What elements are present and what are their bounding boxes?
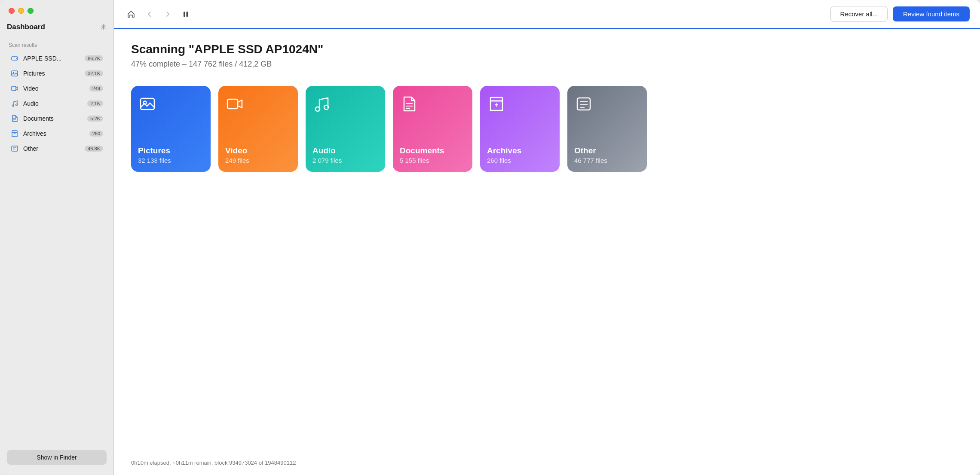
card-pictures[interactable]: Pictures 32 138 files [131, 86, 211, 172]
card-label-audio: Audio [312, 146, 378, 155]
card-label-archives: Archives [487, 146, 553, 155]
status-bar: 0h10m elapsed, ~0h11m remain, block 9349… [114, 450, 980, 475]
spinner-icon: ✳ [100, 22, 107, 32]
category-cards-grid: Pictures 32 138 files Video 249 files Au… [131, 86, 963, 172]
show-in-finder-button[interactable]: Show in Finder [7, 450, 107, 465]
home-button[interactable] [124, 8, 138, 20]
archives-card-icon [488, 95, 505, 113]
status-text: 0h10m elapsed, ~0h11m remain, block 9349… [131, 460, 296, 466]
sidebar-item-label-documents: Documents [23, 115, 83, 122]
card-label-documents: Documents [400, 146, 466, 155]
sidebar-badge-documents: 5,2K [87, 116, 103, 122]
toolbar: Recover all... Review found items [114, 0, 980, 29]
sidebar-item-label-apple-ssd: APPLE SSD... [23, 55, 80, 62]
sidebar-footer: Show in Finder [0, 443, 113, 475]
pause-button[interactable] [179, 9, 192, 20]
video-icon [10, 84, 19, 93]
sidebar-items-list: APPLE SSD... 86,7K Pictures 32,1K Video … [0, 51, 113, 156]
card-label-video: Video [225, 146, 291, 155]
sidebar-item-archives[interactable]: Archives 260 [3, 126, 110, 141]
svg-rect-15 [187, 12, 188, 17]
dashboard-label: Dashboard [7, 23, 45, 31]
sidebar-badge-archives: 260 [89, 131, 103, 137]
svg-rect-18 [227, 99, 238, 109]
video-card-icon [226, 95, 243, 113]
sidebar-badge-audio: 2,1K [87, 100, 103, 107]
svg-point-3 [13, 72, 14, 73]
back-button[interactable] [143, 9, 156, 20]
scan-title: Scanning "APPLE SSD AP1024N" [131, 43, 963, 56]
card-audio[interactable]: Audio 2 079 files [306, 86, 385, 172]
sidebar-item-other[interactable]: Other 46,8K [3, 141, 110, 156]
other-icon [10, 144, 19, 153]
card-documents[interactable]: Documents 5 155 files [393, 86, 472, 172]
svg-point-6 [16, 104, 18, 106]
sidebar-badge-other: 46,8K [85, 146, 103, 152]
sidebar-item-label-pictures: Pictures [23, 70, 80, 77]
card-count-audio: 2 079 files [312, 157, 378, 164]
drive-icon [10, 54, 19, 63]
svg-rect-14 [184, 12, 185, 17]
sidebar-item-apple-ssd[interactable]: APPLE SSD... 86,7K [3, 51, 110, 66]
card-label-other: Other [574, 146, 640, 155]
scan-results-section: Scan results [0, 39, 113, 51]
svg-rect-4 [12, 86, 16, 91]
archive-icon [10, 129, 19, 138]
pictures-card-icon [139, 95, 156, 113]
sidebar-item-label-other: Other [23, 145, 80, 152]
card-label-pictures: Pictures [138, 146, 204, 155]
forward-button[interactable] [161, 9, 174, 20]
card-count-other: 46 777 files [574, 157, 640, 164]
card-video[interactable]: Video 249 files [218, 86, 298, 172]
svg-rect-11 [12, 146, 18, 151]
doc-icon [10, 114, 19, 123]
svg-point-1 [16, 58, 17, 59]
maximize-button[interactable] [28, 8, 34, 14]
sidebar-item-label-archives: Archives [23, 130, 85, 137]
dashboard-row: Dashboard ✳ [0, 20, 113, 39]
image-icon [10, 69, 19, 78]
content-area: Scanning "APPLE SSD AP1024N" 47% complet… [114, 29, 980, 450]
card-count-documents: 5 155 files [400, 157, 466, 164]
sidebar-item-video[interactable]: Video 249 [3, 81, 110, 96]
documents-card-icon [401, 95, 418, 113]
sidebar-badge-video: 249 [89, 85, 103, 91]
sidebar-item-label-audio: Audio [23, 100, 83, 107]
other-card-icon [575, 95, 592, 113]
music-icon [10, 99, 19, 108]
sidebar-item-documents[interactable]: Documents 5,2K [3, 111, 110, 126]
sidebar-item-pictures[interactable]: Pictures 32,1K [3, 66, 110, 81]
review-found-button[interactable]: Review found items [893, 6, 970, 21]
sidebar-badge-pictures: 32,1K [85, 70, 103, 76]
main-content: Recover all... Review found items Scanni… [114, 0, 980, 475]
scan-subtitle: 47% complete – 147 762 files / 412,2 GB [131, 60, 963, 69]
svg-rect-16 [141, 98, 154, 110]
card-count-video: 249 files [225, 157, 291, 164]
minimize-button[interactable] [18, 8, 24, 14]
sidebar-item-label-video: Video [23, 85, 85, 92]
close-button[interactable] [9, 8, 15, 14]
audio-card-icon [313, 95, 331, 113]
card-count-archives: 260 files [487, 157, 553, 164]
sidebar-badge-apple-ssd: 86,7K [85, 55, 103, 61]
card-count-pictures: 32 138 files [138, 157, 204, 164]
traffic-lights [0, 0, 113, 20]
card-archives[interactable]: Archives 260 files [480, 86, 560, 172]
recover-all-button[interactable]: Recover all... [830, 6, 888, 22]
sidebar-item-audio[interactable]: Audio 2,1K [3, 96, 110, 111]
card-other[interactable]: Other 46 777 files [567, 86, 647, 172]
sidebar: Dashboard ✳ Scan results APPLE SSD... 86… [0, 0, 114, 475]
svg-point-5 [12, 105, 14, 107]
